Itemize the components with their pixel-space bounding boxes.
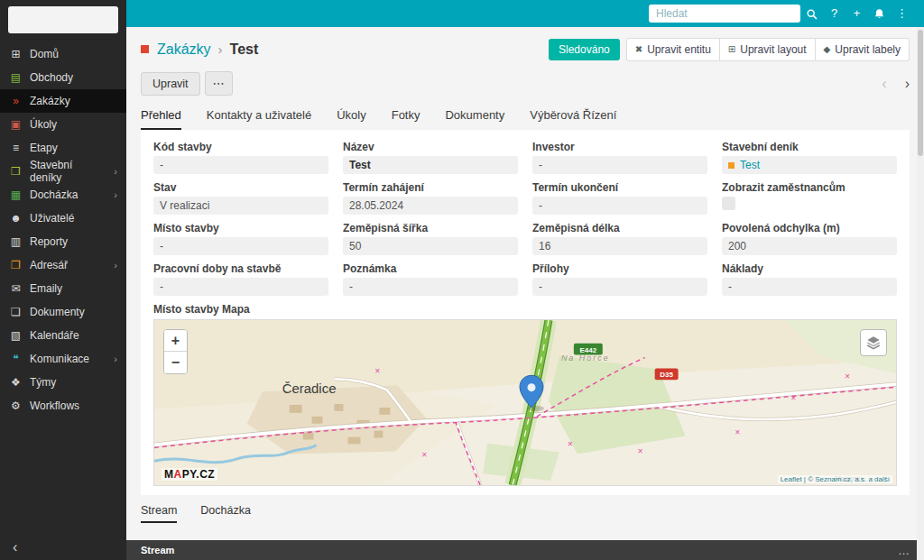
field-value: -	[153, 156, 328, 174]
field-stavebni-denik: Stavební deník Test	[722, 141, 897, 174]
sidebar-item-label: Týmy	[30, 376, 56, 389]
stavebni-denik-link[interactable]: Test	[740, 159, 760, 171]
chevron-right-icon: ›	[114, 189, 117, 200]
field-value: -	[343, 278, 518, 296]
tab-dochazka-panel[interactable]: Docházka	[200, 504, 251, 523]
edit-entity-button[interactable]: ✖ Upravit entitu	[626, 38, 720, 61]
tab-stream[interactable]: Stream	[141, 504, 177, 523]
map-canvas[interactable]: ✕ ✕ ✕ ✕ ✕ ✕ ✕ E442	[153, 319, 897, 486]
notifications-bell-icon[interactable]	[868, 0, 891, 27]
edit-labels-button[interactable]: ◆ Upravit labely	[815, 38, 910, 61]
field-value: Test	[343, 156, 518, 174]
edit-labels-label: Upravit labely	[835, 43, 901, 56]
sidebar-item-ukoly[interactable]: ▣ Úkoly	[0, 113, 126, 136]
logo-part: PY.CZ	[182, 468, 216, 481]
map-symbol: ✕	[735, 428, 741, 436]
field-label: Povolená odchylka (m)	[722, 222, 897, 234]
field-label: Poznámka	[343, 262, 518, 275]
road-badge-label: E442	[580, 346, 597, 354]
sidebar-item-label: Úkoly	[30, 118, 57, 131]
edit-layout-button[interactable]: ⊞ Upravit layout	[719, 38, 816, 61]
sidebar-item-label: Kalendáře	[30, 329, 79, 342]
sidebar-item-obchody[interactable]: ▤ Obchody	[0, 66, 126, 89]
sidebar-item-label: Reporty	[30, 235, 68, 248]
app-logo[interactable]	[8, 6, 118, 33]
map-layers-button[interactable]	[860, 329, 887, 356]
zoom-out-button[interactable]: −	[164, 352, 187, 373]
search-input[interactable]	[649, 5, 800, 23]
detail-panel: Kód stavby - Název Test Investor - Stave…	[141, 130, 910, 495]
sidebar-item-komunikace[interactable]: ❝ Komunikace ›	[0, 347, 126, 371]
road-badge-d35: D35	[655, 368, 679, 380]
search-icon[interactable]	[800, 0, 823, 27]
map-attribution[interactable]: Leaflet | © Seznam.cz, a.s. a další	[778, 475, 892, 483]
sidebar-item-workflows[interactable]: ⚙ Workflows	[0, 394, 126, 418]
field-label: Termín ukončení	[532, 181, 707, 194]
tab-dokumenty[interactable]: Dokumenty	[445, 108, 504, 130]
zobrazit-zamestnancum-checkbox[interactable]	[722, 197, 735, 210]
tab-ukoly[interactable]: Úkoly	[337, 108, 366, 130]
more-actions-button[interactable]: ⋯	[205, 71, 233, 96]
sidebar-item-dochazka[interactable]: ▦ Docházka ›	[0, 183, 126, 207]
mapycz-logo[interactable]: MAPY.CZ	[162, 468, 217, 481]
map-zoom-control: + −	[163, 329, 188, 374]
sidebar-item-tymy[interactable]: ❖ Týmy	[0, 371, 126, 394]
chevron-right-icon: ›	[114, 166, 117, 177]
page-title: Test	[230, 41, 259, 58]
user-icon: ☻	[9, 212, 23, 225]
tab-vyberova-rizeni[interactable]: Výběrová Řízení	[530, 108, 616, 130]
field-pracovni-doby: Pracovní doby na stavbě -	[153, 262, 328, 296]
field-label: Termín zahájení	[343, 181, 518, 194]
sidebar-item-emaily[interactable]: ✉ Emaily	[0, 277, 126, 300]
field-value: V realizaci	[153, 197, 328, 215]
field-value: -	[153, 278, 328, 296]
kebab-menu-icon[interactable]: ⋮	[891, 0, 913, 27]
help-icon[interactable]: ?	[823, 0, 845, 27]
sidebar-collapse-icon[interactable]: ‹	[13, 539, 17, 555]
sidebar-item-adresar[interactable]: ❐ Adresář ›	[0, 253, 126, 277]
field-label: Investor	[532, 141, 707, 153]
field-investor: Investor -	[532, 141, 707, 174]
sidebar-item-label: Dokumenty	[30, 306, 85, 318]
scrollbar-thumb[interactable]	[918, 30, 923, 156]
sidebar-item-uzivatele[interactable]: ☻ Uživatelé	[0, 207, 126, 230]
edit-record-button[interactable]: Upravit	[141, 72, 200, 96]
sidebar-item-stavebni-deniky[interactable]: ❒ Stavební deníky ›	[0, 160, 126, 183]
sidebar-item-label: Obchody	[30, 71, 73, 84]
map-symbol: ✕	[421, 451, 428, 459]
tag-icon: ◆	[824, 44, 831, 54]
sidebar-item-dokumenty[interactable]: ❏ Dokumenty	[0, 300, 126, 324]
sidebar-item-kalendare[interactable]: ▧ Kalendáře	[0, 324, 126, 347]
breadcrumb-parent-link[interactable]: Zakázky	[157, 41, 211, 58]
field-kod-stavby: Kód stavby -	[153, 141, 328, 174]
sidebar-item-label: Uživatelé	[30, 212, 74, 225]
attendance-icon: ▦	[9, 188, 23, 201]
tab-fotky[interactable]: Fotky	[392, 108, 420, 130]
tab-prehled[interactable]: Přehled	[141, 108, 181, 130]
next-record-icon[interactable]: ›	[905, 76, 910, 92]
sidebar-item-zakazky[interactable]: » Zakázky	[0, 89, 126, 113]
sidebar-item-reporty[interactable]: ▥ Reporty	[0, 230, 126, 253]
field-termin-zahajeni: Termín zahájení 28.05.2024	[343, 181, 518, 215]
bottom-tabs: Stream Docházka	[141, 504, 910, 523]
sidebar-item-etapy[interactable]: ≡ Etapy	[0, 136, 126, 160]
field-label: Zeměpisná délka	[532, 222, 707, 234]
sidebar-item-label: Adresář	[30, 259, 68, 271]
field-zemepisna-delka: Zeměpisná délka 16	[532, 222, 707, 255]
sidebar-item-domu[interactable]: ⊞ Domů	[0, 42, 126, 66]
edit-entity-label: Upravit entitu	[647, 43, 711, 56]
main-area: ? + ⋮ Zakázky › Test Sledováno ✖ Up	[126, 0, 924, 560]
previous-record-icon[interactable]: ‹	[882, 76, 886, 92]
stream-panel-more-icon[interactable]: …	[898, 544, 910, 557]
envelope-icon: ✉	[9, 282, 23, 295]
followed-button[interactable]: Sledováno	[549, 39, 620, 60]
field-label: Místo stavby Mapa	[153, 303, 897, 316]
edit-layout-label: Upravit layout	[740, 43, 806, 56]
map-area-label: Na Horce	[561, 354, 610, 363]
map-symbol: ✕	[568, 440, 574, 448]
zoom-in-button[interactable]: +	[164, 330, 187, 352]
sidebar-item-label: Docházka	[30, 188, 78, 201]
quick-create-icon[interactable]: +	[845, 0, 868, 27]
tab-kontakty-a-uzivatele[interactable]: Kontakty a uživatelé	[207, 108, 311, 130]
field-label: Zobrazit zaměstnancům	[722, 181, 897, 194]
